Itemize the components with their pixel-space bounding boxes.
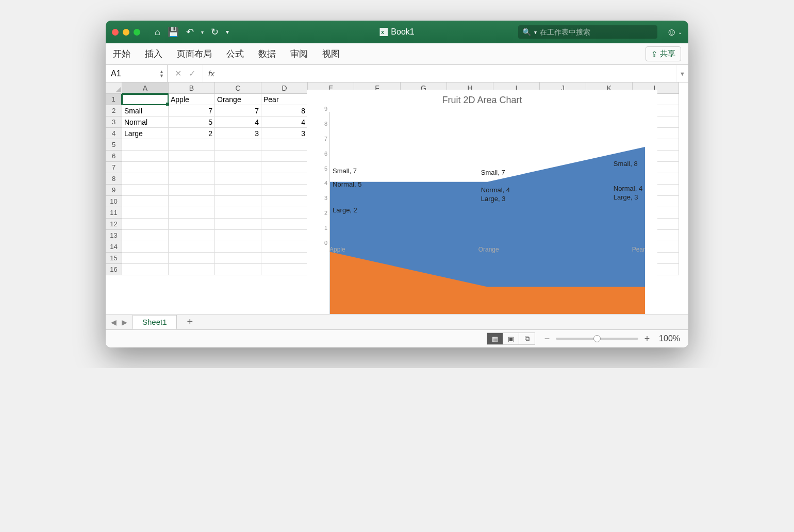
cell[interactable] [215, 219, 261, 230]
view-page-break-button[interactable]: ⧉ [519, 332, 535, 345]
cell[interactable] [122, 230, 169, 241]
cancel-icon[interactable]: ✕ [175, 69, 181, 78]
cell[interactable] [169, 207, 215, 219]
cell[interactable]: 4 [261, 117, 308, 128]
row-header[interactable]: 8 [106, 173, 122, 185]
add-sheet-button[interactable]: + [182, 316, 198, 328]
cell[interactable] [122, 162, 169, 173]
zoom-in-button[interactable]: + [642, 334, 652, 344]
sheet-nav-next[interactable]: ▶ [122, 318, 127, 326]
cell[interactable] [215, 151, 261, 162]
cell[interactable]: 8 [261, 105, 308, 117]
tab-formulas[interactable]: 公式 [226, 48, 244, 60]
cell[interactable] [122, 151, 169, 162]
cell[interactable] [261, 196, 308, 207]
row-header[interactable]: 7 [106, 162, 122, 173]
column-header[interactable]: A [122, 82, 169, 94]
cell[interactable] [215, 241, 261, 253]
cell[interactable] [261, 139, 308, 151]
tab-page-layout[interactable]: 页面布局 [177, 48, 212, 60]
cell[interactable] [169, 185, 215, 196]
cell[interactable] [261, 207, 308, 219]
cell[interactable]: Small [122, 105, 169, 117]
formula-input[interactable] [220, 65, 676, 82]
row-header[interactable]: 4 [106, 128, 122, 139]
cell[interactable]: 7 [215, 105, 261, 117]
cell[interactable] [215, 207, 261, 219]
formula-expand-icon[interactable]: ▼ [676, 65, 688, 82]
column-header[interactable]: B [169, 82, 215, 94]
row-header[interactable]: 6 [106, 151, 122, 162]
cell[interactable] [215, 162, 261, 173]
cell[interactable] [261, 241, 308, 253]
cell[interactable] [261, 219, 308, 230]
zoom-percent[interactable]: 100% [659, 334, 680, 343]
cell[interactable] [169, 139, 215, 151]
cell[interactable]: 5 [169, 117, 215, 128]
select-all-corner[interactable] [106, 82, 122, 94]
name-box-spinner[interactable]: ▲▼ [159, 70, 164, 78]
cell[interactable]: Normal [122, 117, 169, 128]
cell[interactable] [215, 173, 261, 185]
row-header[interactable]: 14 [106, 241, 122, 253]
sheet-tab-active[interactable]: Sheet1 [133, 315, 177, 329]
zoom-thumb[interactable] [593, 335, 601, 342]
search-dropdown-icon[interactable]: ▾ [534, 29, 537, 35]
search-input[interactable] [540, 28, 653, 36]
qat-customize-icon[interactable]: ▾ [226, 28, 229, 36]
column-header[interactable]: D [261, 82, 308, 94]
cell[interactable] [122, 253, 169, 264]
cell[interactable] [169, 196, 215, 207]
cell[interactable]: Orange [215, 94, 261, 105]
cell[interactable] [169, 241, 215, 253]
cell[interactable] [122, 94, 169, 105]
cell[interactable] [215, 230, 261, 241]
cell[interactable] [261, 253, 308, 264]
cell[interactable] [261, 162, 308, 173]
home-icon[interactable]: ⌂ [155, 27, 160, 38]
save-icon[interactable]: 💾 [168, 26, 179, 38]
share-button[interactable]: ⇪ 共享 [646, 46, 681, 61]
chart-object[interactable]: Fruit 2D Area Chart 0123456789 AppleOran… [307, 90, 657, 286]
cell[interactable] [169, 151, 215, 162]
cell[interactable] [169, 219, 215, 230]
view-page-layout-button[interactable]: ▣ [503, 332, 519, 345]
cell[interactable] [169, 173, 215, 185]
cell[interactable] [261, 173, 308, 185]
redo-icon[interactable]: ↻ [211, 26, 219, 38]
tab-home[interactable]: 开始 [113, 48, 130, 60]
cell[interactable] [261, 151, 308, 162]
row-header[interactable]: 11 [106, 207, 122, 219]
cell[interactable] [122, 241, 169, 253]
cell[interactable]: 4 [215, 117, 261, 128]
view-normal-button[interactable]: ▦ [487, 332, 503, 345]
cell[interactable]: 2 [169, 128, 215, 139]
undo-dropdown-icon[interactable]: ▾ [201, 29, 204, 35]
zoom-out-button[interactable]: − [542, 334, 552, 344]
tab-insert[interactable]: 插入 [145, 48, 162, 60]
row-header[interactable]: 15 [106, 253, 122, 264]
cell[interactable] [169, 230, 215, 241]
cell[interactable]: Apple [169, 94, 215, 105]
row-header[interactable]: 16 [106, 264, 122, 275]
cell[interactable] [122, 139, 169, 151]
cell[interactable] [261, 185, 308, 196]
cell[interactable]: 3 [261, 128, 308, 139]
accept-icon[interactable]: ✓ [189, 69, 195, 78]
cell[interactable] [215, 185, 261, 196]
row-header[interactable]: 12 [106, 219, 122, 230]
minimize-button[interactable] [123, 29, 129, 36]
cell[interactable] [122, 219, 169, 230]
cell[interactable]: Pear [261, 94, 308, 105]
column-header[interactable]: C [215, 82, 261, 94]
search-box[interactable]: 🔍 ▾ [518, 25, 657, 39]
row-header[interactable]: 10 [106, 196, 122, 207]
grid-area[interactable]: ABCDEFGHIJKL 12345678910111213141516 App… [106, 82, 688, 314]
maximize-button[interactable] [134, 29, 140, 36]
row-header[interactable]: 13 [106, 230, 122, 241]
sheet-nav-prev[interactable]: ◀ [111, 318, 117, 326]
cell[interactable]: 7 [169, 105, 215, 117]
close-button[interactable] [112, 29, 119, 36]
cell[interactable] [122, 207, 169, 219]
row-header[interactable]: 5 [106, 139, 122, 151]
